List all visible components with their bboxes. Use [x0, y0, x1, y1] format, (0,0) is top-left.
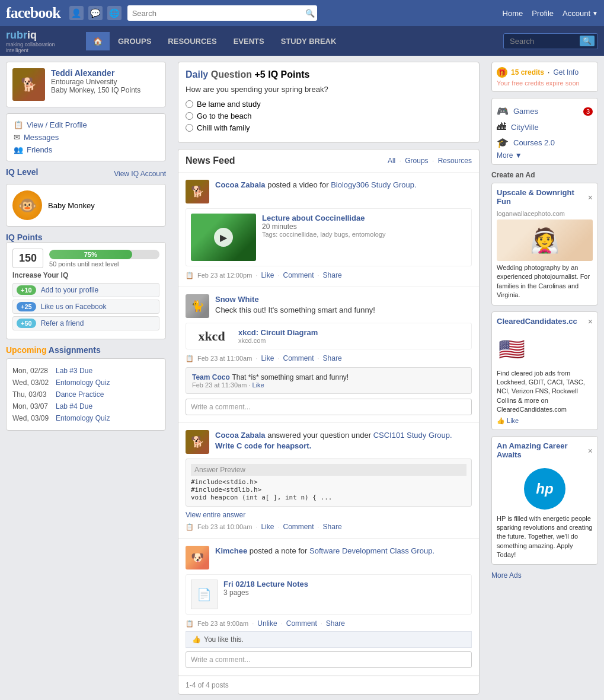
facebook-search-button[interactable]: 🔍	[305, 9, 315, 18]
assign-link-0[interactable]: Lab #3 Due	[56, 367, 92, 375]
post-3-share[interactable]: Share	[326, 619, 345, 628]
post-0-video-title[interactable]: Lecture about Coccinellidae	[262, 214, 386, 222]
post-0-poster[interactable]: Cocoa Zabala	[215, 180, 266, 189]
rubriq-studybreak-nav[interactable]: STUDY BREAK	[273, 32, 345, 50]
rubriq-search-button[interactable]: 🔍	[580, 36, 595, 46]
ad-2-title[interactable]: An Amazing Career Awaits	[497, 441, 588, 459]
post-1-time: Feb 23 at 11:00am	[197, 355, 252, 362]
filter-all[interactable]: All	[388, 157, 395, 165]
iq-points-row: 150 75% 50 points until next level	[12, 249, 159, 268]
games-label[interactable]: Games	[513, 107, 538, 116]
assign-date-2: Thu, 03/03	[12, 390, 51, 399]
assign-date-4: Wed, 03/09	[12, 414, 51, 422]
assign-link-3[interactable]: Lab #4 Due	[56, 402, 92, 411]
xkcd-title[interactable]: xkcd: Circuit Diagram	[238, 328, 318, 337]
post-3-unlike[interactable]: Unlike	[257, 619, 277, 628]
create-ad-label[interactable]: Create an Ad	[491, 171, 598, 179]
post-2-poster[interactable]: Cocoa Zabala	[215, 431, 266, 440]
iq-increase-refer[interactable]: Refer a friend	[41, 319, 84, 327]
notifications-icon[interactable]: 🌐	[107, 6, 122, 20]
post-1-share[interactable]: Share	[323, 354, 342, 362]
assign-date-0: Mon, 02/28	[12, 367, 51, 375]
play-button[interactable]: ▶	[214, 228, 233, 247]
credits-icon: 🎁	[497, 67, 507, 78]
account-dropdown[interactable]: Account ▼	[563, 9, 598, 18]
assign-link-2[interactable]: Dance Practice	[56, 390, 104, 399]
assign-link-1[interactable]: Entomology Quiz	[56, 378, 110, 387]
rubriq-logo: rubriq making collaboration intelligent	[6, 29, 77, 53]
post-0-group[interactable]: Biology306 Study Group.	[331, 180, 417, 189]
post-2-comment[interactable]: Comment	[283, 523, 314, 531]
view-entire-answer[interactable]: View entire answer	[186, 511, 245, 519]
post-1-poster[interactable]: Snow White	[215, 295, 259, 304]
ad-1-close[interactable]: ×	[588, 317, 593, 326]
post-2-like[interactable]: Like	[261, 523, 274, 531]
ad-2-close[interactable]: ×	[588, 446, 593, 456]
credits-sep: ·	[548, 68, 549, 77]
post-3-comment[interactable]: Comment	[286, 619, 317, 628]
get-info-link[interactable]: Get Info	[553, 68, 579, 77]
assignments-label: Assignments	[49, 345, 101, 355]
note-title[interactable]: Fri 02/18 Lecture Notes	[223, 580, 308, 588]
dq-radio-0[interactable]	[186, 100, 193, 108]
post-2-group[interactable]: CSCI101 Study Group.	[373, 431, 452, 440]
post-2-action: answered your question under	[267, 431, 373, 440]
left-sidebar: 🐕 Teddi Alexander Entourage University B…	[0, 56, 172, 700]
view-edit-profile-link[interactable]: 📋 View / Edit Profile	[14, 119, 158, 131]
games-icon: 🎮	[497, 106, 509, 117]
ad-0-title[interactable]: Upscale & Downright Fun	[497, 188, 588, 206]
cityville-icon: 🏙	[497, 122, 506, 132]
ad-1-like[interactable]: 👍 Like	[497, 417, 593, 425]
ad-0-close[interactable]: ×	[588, 193, 593, 202]
profile-university: Entourage University	[51, 78, 140, 86]
comment-like-1[interactable]: Like	[253, 381, 264, 389]
facebook-search-input[interactable]	[127, 5, 317, 21]
more-ads-link[interactable]: More Ads	[491, 571, 522, 580]
profile-name: Teddi Alexander	[51, 68, 140, 78]
assignment-row-2: Thu, 03/03 Dance Practice	[12, 389, 159, 400]
post-3-text: Kimchee posted a note for Software Devel…	[215, 546, 434, 569]
iq-increase-like-fb[interactable]: Like us on Facebook	[41, 303, 107, 311]
friends-link[interactable]: 👥 Friends	[14, 144, 158, 156]
messages-icon[interactable]: 💬	[88, 6, 103, 20]
more-apps-link[interactable]: More ▼	[497, 151, 522, 160]
increase-iq-title: Increase Your IQ	[12, 271, 159, 279]
assign-link-4[interactable]: Entomology Quiz	[56, 414, 110, 422]
hp-logo-circle: hp	[524, 468, 565, 510]
nf-footer: 1-4 of 4 posts	[178, 676, 479, 694]
home-link[interactable]: Home	[503, 9, 523, 18]
post-2-answer-title[interactable]: Write C code for heapsort.	[215, 441, 311, 450]
wedding-emoji: 👰	[530, 227, 560, 254]
rubriq-events-nav[interactable]: EVENTS	[225, 32, 273, 50]
post-0-share[interactable]: Share	[323, 271, 342, 279]
view-iq-account-link[interactable]: View IQ Account	[114, 170, 166, 178]
profile-link[interactable]: Profile	[532, 9, 554, 18]
assignments-card: Mon, 02/28 Lab #3 Due Wed, 03/02 Entomol…	[6, 358, 166, 431]
post-0-comment[interactable]: Comment	[283, 271, 314, 279]
rubriq-groups-nav[interactable]: GROUPS	[110, 32, 159, 50]
post-3-avatar: 🐶	[186, 546, 209, 569]
filter-groups[interactable]: Groups	[405, 157, 428, 165]
post-3-group[interactable]: Software Development Class Group.	[309, 546, 434, 555]
post-1-like[interactable]: Like	[261, 354, 274, 362]
you-like-text: You like this.	[204, 635, 244, 644]
iq-increase-add-profile[interactable]: Add to your profile	[41, 286, 98, 294]
dq-radio-2[interactable]	[186, 124, 193, 132]
friends-icon[interactable]: 👤	[69, 6, 84, 20]
rubriq-home-button[interactable]: 🏠	[86, 32, 110, 50]
post-3-write-comment[interactable]: Write a comment...	[186, 651, 472, 668]
facebook-icon-buttons: 👤 💬 🌐	[69, 6, 122, 20]
post-2-share[interactable]: Share	[323, 523, 342, 531]
messages-link[interactable]: ✉ Messages	[14, 131, 158, 144]
post-3-poster[interactable]: Kimchee	[215, 546, 247, 555]
post-0-like[interactable]: Like	[261, 271, 274, 279]
courses-label[interactable]: Courses 2.0	[513, 138, 555, 147]
rubriq-resources-nav[interactable]: RESOURCES	[159, 32, 225, 50]
post-1-write-comment[interactable]: Write a comment...	[186, 399, 472, 415]
monkey-level-label: Baby Monkey	[48, 201, 95, 210]
dq-radio-1[interactable]	[186, 112, 193, 120]
filter-resources[interactable]: Resources	[438, 157, 472, 165]
cityville-label[interactable]: CityVille	[511, 123, 539, 132]
post-1-comment[interactable]: Comment	[283, 354, 314, 362]
ad-1-title[interactable]: ClearedCandidates.cc	[497, 317, 577, 326]
